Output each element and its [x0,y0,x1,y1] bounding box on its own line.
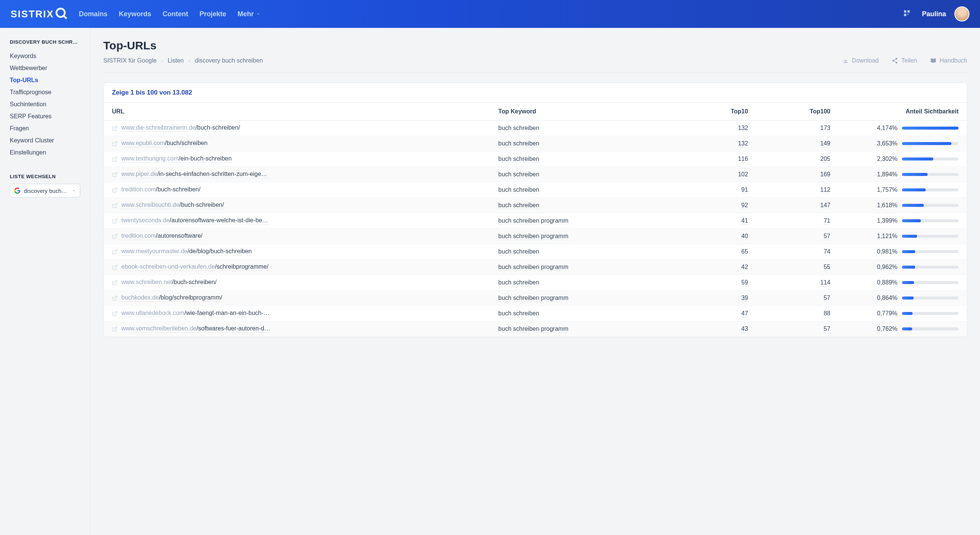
book-icon [930,57,937,64]
nav-keywords[interactable]: Keywords [119,10,151,18]
google-g-icon [14,187,21,194]
external-link-icon [112,141,118,146]
list-switcher[interactable]: discovery buch s… [10,184,80,197]
table-summary: Zeige 1 bis 100 von 13.082 [103,83,967,103]
keyword-cell[interactable]: buch schreiben programm [498,264,568,271]
sidebar-item[interactable]: SERP Features [10,110,80,122]
keyword-cell[interactable]: buch schreiben programm [498,217,568,225]
visibility-value: 0,864% [877,295,897,302]
keyword-cell[interactable]: buch schreiben [498,186,539,194]
sidebar-item[interactable]: Suchintention [10,98,80,110]
svg-line-22 [114,327,117,329]
url-cell[interactable]: twentyseconds.de/autorensoftware-welche-… [112,217,270,225]
username[interactable]: Paulina [922,10,946,18]
col-keyword[interactable]: Top Keyword [490,103,681,121]
top10-value: 132 [738,140,748,147]
url-cell[interactable]: tredition.com/buch-schreiben/ [112,186,270,194]
sidebar-item[interactable]: Trafficprognose [10,86,80,98]
chevron-down-icon [72,188,76,193]
url-cell[interactable]: buchkodex.de/blog/schreibprogramm/ [112,294,270,302]
url-cell[interactable]: www.texthungrig.com/ein-buch-schreiben [112,155,270,163]
keyword-cell[interactable]: buch schreiben [498,156,539,163]
top100-value: 205 [820,156,830,163]
svg-line-13 [114,187,117,190]
url-cell[interactable]: tredition.com/autorensoftware/ [112,232,270,240]
nav-projekte[interactable]: Projekte [199,10,226,18]
nav-mehr[interactable]: Mehr [237,10,261,18]
top100-value: 74 [824,248,830,256]
keyword-cell[interactable]: buch schreiben [498,140,539,147]
svg-line-9 [114,126,117,129]
visibility-value: 1,757% [877,186,897,193]
breadcrumb-row: SISTRIX für Google › Listen › discovery … [103,57,967,73]
url-cell[interactable]: www.die-schreibtrainerin.de/buch-schreib… [112,124,270,132]
page-title: Top-URLs [103,39,967,52]
breadcrumb-item[interactable]: Listen [168,57,184,64]
col-top10[interactable]: Top10 [681,103,756,121]
nav-domains[interactable]: Domains [79,10,107,18]
sidebar-nav: KeywordsWettbewerberTop-URLsTrafficprogn… [10,50,80,159]
download-button[interactable]: Download [842,57,878,64]
table-row: www.schreibsuchti.de/buch-schreiben/buch… [103,198,967,213]
top100-value: 71 [824,217,830,225]
external-link-icon [112,156,118,162]
url-cell[interactable]: www.schreibsuchti.de/buch-schreiben/ [112,202,270,209]
top10-value: 43 [741,325,748,333]
svg-line-14 [114,203,117,206]
top100-value: 114 [820,279,830,286]
visibility-bar [902,297,959,300]
top10-value: 65 [741,248,748,256]
keyword-cell[interactable]: buch schreiben [498,202,539,209]
sidebar-item[interactable]: Top-URLs [10,74,80,86]
visibility-bar [902,281,959,284]
apps-icon[interactable] [903,10,911,19]
keyword-cell[interactable]: buch schreiben [498,279,539,286]
list-switcher-value: discovery buch s… [24,187,68,194]
svg-line-17 [114,249,117,252]
table-card: Zeige 1 bis 100 von 13.082 URL Top Keywo… [103,83,967,337]
keyword-cell[interactable]: buch schreiben programm [498,325,568,333]
url-cell[interactable]: www.ullanedebock.com/wie-faengt-man-an-e… [112,310,270,317]
svg-line-15 [114,219,117,221]
keyword-cell[interactable]: buch schreiben [498,310,539,317]
keyword-cell[interactable]: buch schreiben programm [498,295,568,302]
avatar[interactable] [955,6,969,21]
url-cell[interactable]: www.piper.de/in-sechs-einfachen-schritte… [112,171,270,178]
nav-content[interactable]: Content [162,10,188,18]
svg-line-11 [114,157,117,159]
top100-value: 169 [820,171,830,178]
col-visibility[interactable]: Anteil Sichtbarkeit [838,103,967,121]
share-button[interactable]: Teilen [891,57,917,64]
url-cell[interactable]: www.schreiben.net/buch-schreiben/ [112,279,270,286]
external-link-icon [112,125,118,131]
visibility-value: 0,762% [877,325,897,332]
visibility-bar [902,250,959,253]
download-icon [842,57,849,64]
top100-value: 55 [824,264,830,271]
keyword-cell[interactable]: buch schreiben [498,248,539,256]
top100-value: 57 [824,325,830,333]
manual-button[interactable]: Handbuch [930,57,967,64]
sidebar-item[interactable]: Fragen [10,122,80,135]
col-top100[interactable]: Top100 [756,103,838,121]
keyword-cell[interactable]: buch schreiben programm [498,233,568,240]
svg-rect-5 [908,14,909,15]
sidebar-item[interactable]: Keywords [10,50,80,62]
table-row: www.ullanedebock.com/wie-faengt-man-an-e… [103,306,967,321]
col-url[interactable]: URL [103,103,490,121]
url-cell[interactable]: www.vomschreibenleben.de/softwares-fuer-… [112,325,270,333]
keyword-cell[interactable]: buch schreiben [498,171,539,178]
sidebar-item[interactable]: Keyword Cluster [10,135,80,146]
keyword-cell[interactable]: buch schreiben [498,125,539,132]
sidebar-item[interactable]: Wettbewerber [10,62,80,74]
sidebar-item[interactable]: Einstellungen [10,146,80,159]
url-cell[interactable]: www.meetyourmaster.de/de/blog/buch-schre… [112,248,270,256]
url-cell[interactable]: ebook-schreiben-und-verkaufen.de/schreib… [112,264,270,271]
external-link-icon [112,311,118,316]
breadcrumb-item[interactable]: SISTRIX für Google [103,57,156,64]
visibility-bar [902,235,959,238]
logo[interactable]: SISTRIX [11,7,69,21]
top10-value: 47 [741,310,748,317]
svg-line-10 [114,141,117,144]
url-cell[interactable]: www.epubli.com/buch/schreiben [112,140,270,147]
